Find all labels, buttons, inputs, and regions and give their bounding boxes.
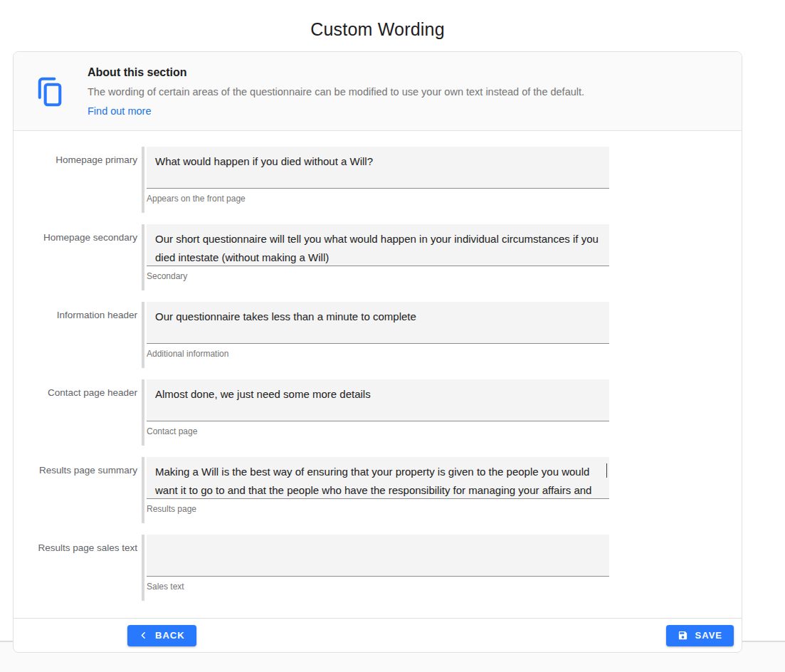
field-homepage-primary: Homepage primary What would happen if yo… — [28, 147, 742, 213]
results-page-summary-input[interactable]: Making a Will is the best way of ensurin… — [147, 457, 609, 499]
save-icon — [678, 630, 688, 641]
save-button[interactable]: SAVE — [666, 625, 734, 646]
about-section: About this section The wording of certai… — [14, 52, 742, 131]
field-helper: Appears on the front page — [147, 194, 609, 204]
field-accent-bar — [142, 147, 144, 213]
field-label: Results page summary — [28, 457, 137, 523]
card-footer: BACK SAVE — [14, 618, 742, 652]
field-homepage-secondary: Homepage secondary Our short questionnai… — [28, 224, 742, 290]
custom-wording-card: About this section The wording of certai… — [13, 51, 742, 653]
save-button-label: SAVE — [695, 630, 722, 641]
field-label: Homepage secondary — [28, 224, 137, 290]
field-accent-bar — [142, 457, 144, 523]
field-label: Information header — [28, 302, 137, 368]
about-heading: About this section — [88, 66, 584, 79]
field-helper: Contact page — [147, 426, 609, 436]
field-helper: Sales text — [147, 582, 609, 592]
homepage-secondary-input[interactable]: Our short questionnaire will tell you wh… — [147, 224, 609, 266]
field-accent-bar — [142, 535, 144, 601]
back-button-label: BACK — [155, 630, 185, 641]
field-label: Homepage primary — [28, 147, 137, 213]
field-helper: Results page — [147, 504, 609, 514]
page-title: Custom Wording — [13, 0, 742, 51]
field-helper: Secondary — [147, 271, 609, 281]
homepage-primary-input[interactable]: What would happen if you died without a … — [147, 147, 609, 189]
field-label: Contact page header — [28, 379, 137, 446]
copy-icon — [36, 74, 63, 110]
field-results-page-sales-text: Results page sales text Sales text — [28, 535, 742, 601]
field-contact-page-header: Contact page header Almost done, we just… — [28, 379, 742, 446]
field-accent-bar — [142, 379, 144, 446]
custom-wording-form: Homepage primary What would happen if yo… — [14, 131, 742, 618]
field-results-page-summary: Results page summary Making a Will is th… — [28, 457, 742, 523]
back-button[interactable]: BACK — [127, 625, 196, 646]
chevron-left-icon — [139, 631, 148, 640]
page: Custom Wording About this section The wo… — [0, 0, 785, 642]
about-text: About this section The wording of certai… — [88, 66, 584, 117]
find-out-more-link[interactable]: Find out more — [88, 105, 151, 117]
about-description: The wording of certain areas of the ques… — [88, 85, 584, 99]
results-page-sales-text-input[interactable] — [147, 535, 609, 577]
text-cursor — [606, 463, 608, 478]
field-helper: Additional information — [147, 349, 609, 359]
field-accent-bar — [142, 224, 144, 290]
field-label: Results page sales text — [28, 535, 137, 601]
information-header-input[interactable]: Our questionnaire takes less than a minu… — [147, 302, 609, 344]
contact-page-header-input[interactable]: Almost done, we just need some more deta… — [147, 379, 609, 421]
field-information-header: Information header Our questionnaire tak… — [28, 302, 742, 368]
field-accent-bar — [142, 302, 144, 368]
